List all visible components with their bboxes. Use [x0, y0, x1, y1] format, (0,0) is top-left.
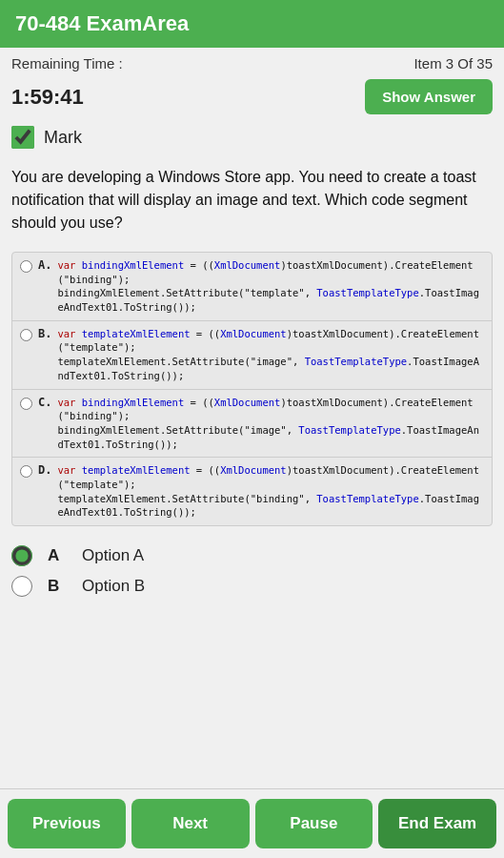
answer-letter-a: A: [48, 546, 67, 565]
mark-checkbox[interactable]: [11, 126, 34, 149]
mark-row: Mark: [0, 122, 504, 156]
code-options-area: A. var bindingXmlElement = ((XmlDocument…: [11, 252, 493, 526]
code-option-a-code: var bindingXmlElement = ((XmlDocument)to…: [57, 258, 484, 315]
answer-options-area: A Option A B Option B: [0, 534, 504, 612]
code-option-a-radio[interactable]: [20, 260, 32, 273]
bottom-nav: Previous Next Pause End Exam: [0, 788, 504, 858]
answer-text-a: Option A: [82, 546, 144, 565]
answer-radio-b[interactable]: [11, 576, 32, 597]
question-text: You are developing a Windows Store app. …: [0, 156, 504, 244]
timer-display: 1:59:41: [11, 85, 84, 110]
code-option-c-radio[interactable]: [20, 398, 32, 410]
show-answer-button[interactable]: Show Answer: [365, 79, 493, 114]
code-option-c-letter: C.: [38, 396, 51, 409]
code-option-b-radio[interactable]: [20, 329, 32, 341]
mark-label[interactable]: Mark: [44, 128, 82, 148]
app-header: 70-484 ExamArea: [0, 0, 504, 48]
next-button[interactable]: Next: [131, 799, 250, 848]
end-exam-button[interactable]: End Exam: [378, 799, 496, 848]
previous-button[interactable]: Previous: [8, 799, 126, 848]
answer-option-b: B Option B: [11, 576, 493, 597]
code-option-d-letter: D.: [38, 463, 51, 477]
code-option-d-code: var templateXmlElement = ((XmlDocument)t…: [57, 463, 484, 520]
answer-radio-a[interactable]: [11, 545, 32, 566]
code-option-d: D. var templateXmlElement = ((XmlDocumen…: [12, 458, 492, 525]
top-bar: Remaining Time : Item 3 Of 35: [0, 48, 504, 75]
pause-button[interactable]: Pause: [255, 799, 373, 848]
answer-text-b: Option B: [82, 577, 145, 596]
answer-letter-b: B: [48, 577, 67, 596]
item-count: Item 3 Of 35: [413, 55, 493, 72]
timer-row: 1:59:41 Show Answer: [0, 75, 504, 122]
code-option-b-code: var templateXmlElement = ((XmlDocument)t…: [57, 327, 484, 383]
answer-option-a: A Option A: [11, 545, 493, 566]
code-option-b: B. var templateXmlElement = ((XmlDocumen…: [12, 321, 492, 390]
code-option-c: C. var bindingXmlElement = ((XmlDocument…: [12, 390, 492, 459]
code-option-b-letter: B.: [38, 327, 51, 340]
app-title: 70-484 ExamArea: [15, 11, 189, 35]
code-option-a-letter: A.: [38, 258, 51, 272]
code-option-a: A. var bindingXmlElement = ((XmlDocument…: [12, 253, 492, 321]
code-option-c-code: var bindingXmlElement = ((XmlDocument)to…: [57, 396, 484, 452]
code-option-d-radio[interactable]: [20, 465, 32, 478]
remaining-label: Remaining Time :: [11, 55, 123, 72]
